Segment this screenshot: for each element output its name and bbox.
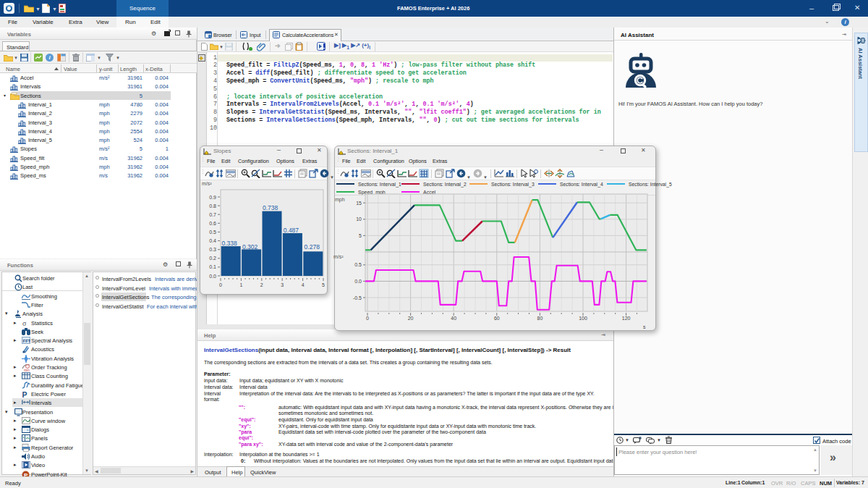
svg-text:0.0: 0.0 [209, 274, 216, 279]
svg-text:0: 0 [219, 282, 222, 287]
svg-text:0.1: 0.1 [209, 264, 216, 269]
svg-text:0.338: 0.338 [222, 240, 238, 247]
svg-text:0.738: 0.738 [263, 204, 278, 211]
svg-text:0: 0 [366, 316, 369, 321]
svg-text:σ: σ [22, 319, 27, 327]
svg-text:0.278: 0.278 [305, 243, 320, 251]
svg-text:0.9: 0.9 [209, 195, 216, 200]
svg-text:0.6: 0.6 [209, 221, 216, 226]
svg-text:20: 20 [408, 316, 414, 321]
svg-text:s: s [643, 324, 646, 329]
svg-text:0.5: 0.5 [354, 262, 362, 267]
svg-text:0.3: 0.3 [209, 247, 216, 252]
svg-text:15: 15 [356, 201, 362, 206]
svg-text:80: 80 [537, 316, 543, 321]
svg-text:0.487: 0.487 [284, 227, 299, 234]
svg-text:0.4: 0.4 [209, 238, 216, 243]
svg-text:100: 100 [579, 316, 587, 321]
svg-text:P: P [22, 390, 27, 398]
svg-text:-0.5: -0.5 [353, 295, 362, 300]
svg-text:0.8: 0.8 [209, 203, 216, 209]
svg-text:120: 120 [622, 316, 631, 321]
svg-text:0.2: 0.2 [209, 256, 216, 261]
svg-text:1: 1 [239, 282, 242, 287]
svg-text:40: 40 [451, 316, 456, 321]
svg-text:3: 3 [281, 282, 284, 287]
svg-text:2: 2 [260, 282, 263, 287]
svg-text:5: 5 [322, 282, 325, 287]
svg-text:0.302: 0.302 [242, 243, 258, 251]
svg-text:0.7: 0.7 [209, 212, 216, 217]
svg-text:10: 10 [356, 216, 362, 222]
svg-text:FFT: FFT [23, 339, 31, 343]
svg-text:0.5: 0.5 [209, 230, 216, 235]
svg-text:5: 5 [359, 233, 362, 238]
svg-text:0.0: 0.0 [354, 279, 362, 284]
svg-text:60: 60 [494, 316, 500, 321]
svg-text:4: 4 [302, 282, 305, 287]
